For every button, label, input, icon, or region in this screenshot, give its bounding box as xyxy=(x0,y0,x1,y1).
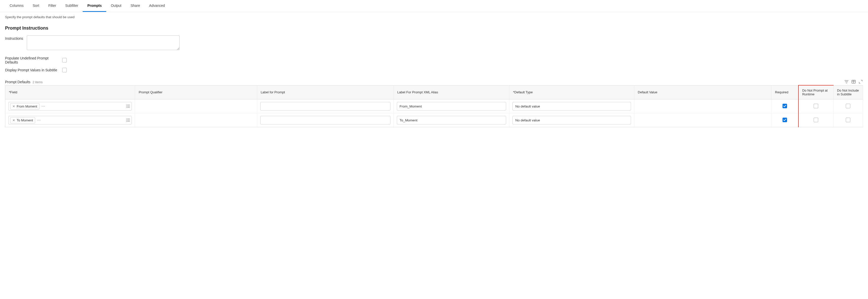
label-input[interactable] xyxy=(260,116,391,124)
svg-point-11 xyxy=(126,108,127,108)
svg-point-17 xyxy=(126,121,127,122)
list-picker-icon[interactable] xyxy=(126,104,130,108)
tab-columns[interactable]: Columns xyxy=(5,0,28,12)
tab-bar: Columns Sort Filter Subfilter Prompts Ou… xyxy=(0,0,868,12)
no-subtitle-checkbox[interactable] xyxy=(846,118,850,122)
table-row: ✕ To Moment ⋯ xyxy=(5,113,863,127)
alias-input[interactable] xyxy=(397,102,506,111)
col-header-default-value[interactable]: Default Value xyxy=(634,85,771,99)
chip-label: From Moment xyxy=(17,104,37,108)
populate-defaults-label: Populate Undefined Prompt Defaults xyxy=(5,56,62,64)
field-chip: ✕ To Moment xyxy=(10,117,35,123)
field-picker[interactable]: ✕ To Moment ⋯ xyxy=(8,116,132,124)
default-value-cell xyxy=(634,99,771,113)
expand-icon[interactable] xyxy=(858,80,863,84)
populate-defaults-checkbox[interactable] xyxy=(62,58,67,62)
filter-icon[interactable] xyxy=(844,80,849,84)
prompt-defaults-table: *Field Prompt Qualifier Label for Prompt… xyxy=(5,85,863,127)
qualifier-cell xyxy=(135,99,257,113)
col-header-no-prompt[interactable]: Do Not Prompt at Runtime xyxy=(799,85,833,99)
list-picker-icon[interactable] xyxy=(126,118,130,122)
tab-output[interactable]: Output xyxy=(106,0,126,12)
chip-remove-icon[interactable]: ✕ xyxy=(12,105,15,108)
instructions-textarea[interactable] xyxy=(27,35,180,50)
col-header-label[interactable]: Label for Prompt xyxy=(257,85,394,99)
table-row: ✕ From Moment ⋯ xyxy=(5,99,863,113)
section-title-prompt-instructions: Prompt Instructions xyxy=(5,26,863,31)
qualifier-cell xyxy=(135,113,257,127)
tab-filter[interactable]: Filter xyxy=(44,0,61,12)
chip-more-icon[interactable]: ⋯ xyxy=(37,118,41,122)
alias-input[interactable] xyxy=(397,116,506,124)
display-subtitle-checkbox[interactable] xyxy=(62,68,67,72)
col-header-alias[interactable]: Label For Prompt XML Alias xyxy=(394,85,509,99)
tab-prompts[interactable]: Prompts xyxy=(83,0,106,12)
col-header-field[interactable]: *Field xyxy=(5,85,135,99)
display-subtitle-label: Display Prompt Values in Subtitle xyxy=(5,68,62,72)
tab-advanced[interactable]: Advanced xyxy=(145,0,169,12)
page-description: Specify the prompt defaults that should … xyxy=(5,15,863,19)
svg-point-9 xyxy=(126,105,127,105)
col-header-no-subtitle[interactable]: Do Not Include in Subtitle xyxy=(833,85,863,99)
label-input[interactable] xyxy=(260,102,391,111)
chip-label: To Moment xyxy=(17,118,33,122)
required-checkbox[interactable] xyxy=(782,118,787,122)
prompt-defaults-count: 2 items xyxy=(32,81,42,84)
required-checkbox[interactable] xyxy=(782,104,787,108)
tab-subfilter[interactable]: Subfilter xyxy=(61,0,83,12)
col-header-qualifier[interactable]: Prompt Qualifier xyxy=(135,85,257,99)
col-header-default-type[interactable]: *Default Type xyxy=(509,85,634,99)
no-prompt-checkbox[interactable] xyxy=(814,118,818,122)
field-picker[interactable]: ✕ From Moment ⋯ xyxy=(8,102,132,111)
chip-remove-icon[interactable]: ✕ xyxy=(12,119,15,122)
no-prompt-checkbox[interactable] xyxy=(814,104,818,108)
no-subtitle-checkbox[interactable] xyxy=(846,104,850,108)
svg-point-16 xyxy=(126,120,127,120)
prompt-defaults-title: Prompt Defaults xyxy=(5,80,30,84)
default-value-cell xyxy=(634,113,771,127)
default-type-input[interactable] xyxy=(513,102,631,111)
svg-point-10 xyxy=(126,106,127,107)
instructions-label: Instructions xyxy=(5,35,27,40)
chip-more-icon[interactable]: ⋯ xyxy=(41,104,45,108)
tab-share[interactable]: Share xyxy=(126,0,145,12)
col-header-required[interactable]: Required xyxy=(771,85,799,99)
columns-icon[interactable] xyxy=(851,80,856,84)
field-chip: ✕ From Moment xyxy=(10,103,39,110)
tab-sort[interactable]: Sort xyxy=(28,0,44,12)
default-type-input[interactable] xyxy=(513,116,631,124)
